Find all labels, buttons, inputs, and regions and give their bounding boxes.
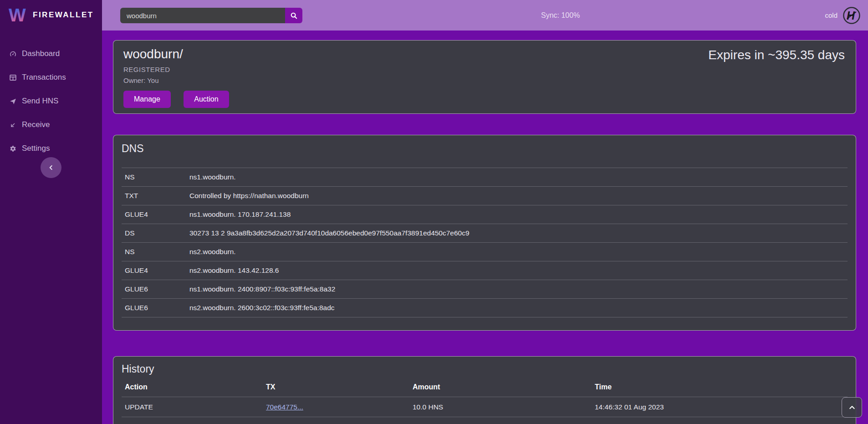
sync-status: Sync: 100% [541, 0, 580, 31]
history-col-time: Time [595, 383, 848, 391]
dns-record-type: GLUE6 [125, 285, 189, 293]
wallet-selector[interactable]: cold H [825, 0, 861, 31]
tx-link[interactable]: 70e64775... [266, 403, 303, 411]
hns-logo-icon: H [842, 6, 861, 25]
history-row: UPDATE 70e64775... 10.0 HNS 14:46:32 01 … [122, 397, 848, 417]
sidebar-item-label: Settings [22, 144, 50, 153]
dns-title: DNS [122, 143, 848, 155]
sidebar-item-label: Dashboard [22, 49, 60, 58]
sidebar-item-dashboard[interactable]: Dashboard [0, 42, 102, 66]
scroll-to-top-button[interactable] [842, 397, 862, 418]
domain-expiry: Expires in ~395.35 days [708, 48, 845, 62]
dns-record-value: ns2.woodburn. 2600:3c02::f03c:93ff:fe5a:… [189, 304, 848, 312]
dns-record-type: TXT [125, 192, 189, 200]
history-amount: 10.0 HNS [413, 403, 595, 411]
domain-card: woodburn/ REGISTERED Owner: You Manage A… [113, 40, 856, 114]
dns-card: DNS NS ns1.woodburn. TXT Controlled by h… [113, 135, 856, 331]
sidebar: W FIREWALLET Dashboard Transactions Send… [0, 0, 102, 424]
sidebar-nav: Dashboard Transactions Send HNS Receive [0, 42, 102, 160]
history-col-amount: Amount [413, 383, 595, 391]
dns-record-row: GLUE4 ns1.woodburn. 170.187.241.138 [122, 205, 848, 224]
sidebar-item-label: Receive [22, 120, 50, 129]
sidebar-item-receive[interactable]: Receive [0, 113, 102, 137]
dns-record-row: TXT Controlled by https://nathan.woodbur… [122, 187, 848, 205]
history-card: History Action TX Amount Time UPDATE 70e… [113, 356, 856, 424]
dns-record-value: ns1.woodburn. [189, 173, 848, 181]
dns-record-type: NS [125, 248, 189, 256]
settings-icon [9, 145, 17, 153]
dns-record-type: GLUE4 [125, 266, 189, 275]
dns-record-row: NS ns1.woodburn. [122, 168, 848, 187]
history-col-tx: TX [266, 383, 413, 391]
history-col-action: Action [125, 383, 266, 391]
dns-record-value: 30273 13 2 9a3a8fb3d625d2a2073d740f10da6… [189, 229, 848, 237]
main-content: woodburn/ REGISTERED Owner: You Manage A… [102, 31, 868, 424]
dns-record-type: GLUE6 [125, 304, 189, 312]
send-icon [9, 97, 17, 105]
dns-table: NS ns1.woodburn. TXT Controlled by https… [122, 168, 848, 317]
dns-record-value: ns1.woodburn. 170.187.241.138 [189, 210, 848, 219]
dns-record-type: GLUE4 [125, 210, 189, 219]
transactions-icon [9, 74, 17, 82]
search-input[interactable] [120, 8, 285, 23]
auction-button[interactable]: Auction [184, 91, 229, 108]
receive-icon [9, 121, 17, 129]
sidebar-item-label: Send HNS [22, 97, 58, 106]
sidebar-item-label: Transactions [22, 73, 66, 82]
brand-name: FIREWALLET [33, 10, 94, 20]
search-bar [120, 8, 302, 23]
history-header-row: Action TX Amount Time [122, 377, 848, 397]
history-row: RENEW 4f2e3d1... 10.0 HNS 15:47:06 07 Ju… [122, 417, 848, 424]
dns-record-row: GLUE6 ns2.woodburn. 2600:3c02::f03c:93ff… [122, 299, 848, 317]
sidebar-item-transactions[interactable]: Transactions [0, 66, 102, 89]
history-time: 14:46:32 01 Aug 2023 [595, 403, 848, 411]
domain-status: REGISTERED [123, 66, 846, 73]
svg-text:W: W [9, 5, 26, 25]
dns-record-value: ns2.woodburn. [189, 248, 848, 256]
dns-record-row: DS 30273 13 2 9a3a8fb3d625d2a2073d740f10… [122, 224, 848, 243]
search-button[interactable] [285, 8, 302, 23]
history-title: History [122, 363, 848, 375]
dns-record-value: ns2.woodburn. 143.42.128.6 [189, 266, 848, 275]
sidebar-item-send-hns[interactable]: Send HNS [0, 89, 102, 113]
search-icon [290, 12, 298, 20]
manage-button[interactable]: Manage [123, 91, 171, 108]
dashboard-icon [9, 50, 17, 58]
sidebar-collapse-button[interactable] [41, 157, 61, 178]
brand: W FIREWALLET [0, 0, 102, 29]
dns-record-row: GLUE6 ns1.woodburn. 2400:8907::f03c:93ff… [122, 280, 848, 299]
dns-record-row: NS ns2.woodburn. [122, 243, 848, 261]
firewallet-logo-icon: W [8, 5, 27, 25]
dns-record-type: NS [125, 173, 189, 181]
dns-record-type: DS [125, 229, 189, 237]
topbar: Sync: 100% cold H [102, 0, 868, 31]
chevron-left-icon [48, 164, 54, 171]
history-action: UPDATE [125, 403, 266, 411]
dns-record-row: GLUE4 ns2.woodburn. 143.42.128.6 [122, 261, 848, 280]
dns-record-value: ns1.woodburn. 2400:8907::f03c:93ff:fe5a:… [189, 285, 848, 293]
dns-record-value: Controlled by https://nathan.woodburn [189, 192, 848, 200]
chevron-up-icon [848, 404, 856, 411]
wallet-name: cold [825, 11, 837, 19]
domain-owner: Owner: You [123, 77, 846, 84]
